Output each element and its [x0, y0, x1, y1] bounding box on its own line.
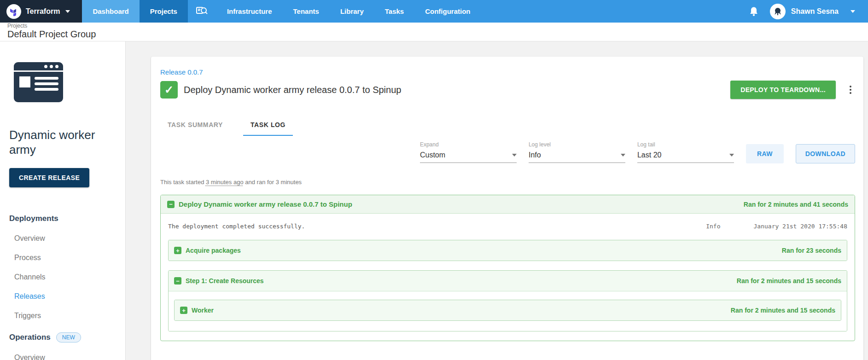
download-button[interactable]: DOWNLOAD — [796, 144, 855, 163]
task-started-time[interactable]: 3 minutes ago — [206, 179, 244, 186]
search-icon — [196, 6, 208, 17]
expand-select[interactable]: Expand Custom — [420, 141, 517, 163]
log-worker-duration: Ran for 2 minutes and 15 seconds — [731, 307, 835, 314]
collapse-icon[interactable]: − — [167, 201, 175, 208]
log-root-section: − Deploy Dynamic worker army release 0.0… — [160, 195, 855, 341]
sidebar-item-channels[interactable]: Channels — [14, 273, 118, 281]
terraform-logo-icon — [6, 4, 21, 19]
task-meta-prefix: This task started — [160, 179, 206, 186]
product-name: Terraform — [26, 7, 60, 16]
log-tail-select-label: Log tail — [637, 141, 734, 148]
log-message-row: The deployment completed successfully. I… — [161, 214, 855, 240]
notifications-bell-icon[interactable] — [749, 6, 759, 17]
log-level-select-label: Log level — [529, 141, 625, 148]
task-meta: This task started 3 minutes ago and ran … — [160, 179, 855, 186]
sidebar-item-releases[interactable]: Releases — [14, 292, 118, 301]
tab-task-log[interactable]: TASK LOG — [243, 116, 293, 136]
log-step1-body: + Worker Ran for 2 minutes and 15 second… — [169, 291, 847, 331]
new-badge: NEW — [56, 332, 81, 343]
sidebar-heading-deployments: Deployments — [9, 214, 118, 223]
product-switcher[interactable]: Terraform — [0, 0, 82, 23]
log-root-body: The deployment completed successfully. I… — [161, 214, 855, 331]
create-release-button[interactable]: CREATE RELEASE — [9, 168, 89, 187]
log-root-duration: Ran for 2 minutes and 41 seconds — [744, 201, 848, 208]
log-tail-select-value: Last 20 — [637, 151, 661, 159]
log-tail-chevron-down-icon — [729, 154, 734, 157]
collapse-icon[interactable]: − — [174, 277, 181, 285]
log-root-title: Deploy Dynamic worker army release 0.0.7… — [179, 200, 352, 208]
log-acquire-duration: Ran for 23 seconds — [782, 247, 841, 254]
overflow-menu-icon[interactable] — [846, 84, 855, 96]
deploy-to-teardown-button[interactable]: DEPLOY TO TEARDOWN... — [730, 81, 836, 99]
sidebar-item-overview[interactable]: Overview — [14, 234, 118, 243]
log-step1-section: − Step 1: Create Resources Ran for 2 min… — [168, 270, 847, 331]
task-tabs: TASK SUMMARY TASK LOG — [160, 116, 855, 136]
nav-item-infrastructure[interactable]: Infrastructure — [216, 0, 283, 23]
log-message-timestamp: January 21st 2020 17:55:48 — [754, 223, 848, 230]
breadcrumb-parent-link[interactable]: Projects — [7, 23, 868, 29]
log-step1-header[interactable]: − Step 1: Create Resources Ran for 2 min… — [169, 271, 847, 291]
sidebar-item-triggers[interactable]: Triggers — [14, 312, 118, 320]
log-level-select-value: Info — [529, 151, 541, 159]
log-acquire-title: Acquire packages — [186, 247, 241, 254]
expand-select-chevron-down-icon — [512, 154, 517, 157]
log-acquire-header[interactable]: + Acquire packages Ran for 23 seconds — [169, 240, 847, 261]
log-root-header[interactable]: − Deploy Dynamic worker army release 0.0… — [161, 195, 855, 214]
task-title: Deploy Dynamic worker army release 0.0.7… — [184, 85, 401, 95]
expand-select-value: Custom — [420, 151, 445, 159]
expand-icon[interactable]: + — [180, 307, 187, 314]
task-meta-suffix: and ran for 3 minutes — [244, 179, 302, 186]
user-avatar-icon — [770, 4, 786, 19]
user-name: Shawn Sesna — [791, 7, 839, 16]
log-filter-row: Expand Custom Log level Info Log tail — [160, 141, 855, 163]
log-message-text: The deployment completed successfully. — [168, 223, 305, 230]
nav-item-library[interactable]: Library — [330, 0, 374, 23]
log-message-level: Info — [706, 223, 720, 230]
top-nav: Terraform Dashboard Projects Infrastruct… — [0, 0, 868, 23]
user-chevron-down-icon — [851, 10, 855, 13]
sidebar-item-process[interactable]: Process — [14, 254, 118, 262]
log-worker-section: + Worker Ran for 2 minutes and 15 second… — [174, 300, 841, 321]
log-tail-select[interactable]: Log tail Last 20 — [637, 141, 734, 163]
nav-item-tenants[interactable]: Tenants — [282, 0, 329, 23]
main-area: Release 0.0.7 ✓ Deploy Dynamic worker ar… — [126, 41, 868, 360]
log-level-chevron-down-icon — [621, 154, 625, 157]
log-acquire-section: + Acquire packages Ran for 23 seconds — [168, 240, 847, 261]
sidebar-item-operations-overview[interactable]: Overview — [14, 354, 118, 360]
sidebar-heading-operations-label: Operations — [9, 333, 51, 342]
project-name: Dynamic worker army — [9, 128, 113, 157]
nav-item-dashboard[interactable]: Dashboard — [82, 0, 139, 23]
raw-button[interactable]: RAW — [746, 144, 784, 163]
nav-right: Shawn Sesna — [749, 0, 868, 23]
task-card: Release 0.0.7 ✓ Deploy Dynamic worker ar… — [151, 57, 863, 360]
tab-task-summary[interactable]: TASK SUMMARY — [160, 116, 230, 136]
breadcrumb: Projects Default Project Group — [0, 23, 868, 41]
search-button[interactable] — [188, 0, 216, 23]
sidebar-heading-operations: Operations NEW — [9, 332, 118, 343]
nav-items: Dashboard Projects Infrastructure Tenant… — [82, 0, 481, 23]
nav-item-tasks[interactable]: Tasks — [374, 0, 414, 23]
nav-item-projects[interactable]: Projects — [140, 0, 188, 23]
log-worker-header[interactable]: + Worker Ran for 2 minutes and 15 second… — [175, 300, 841, 320]
chevron-down-icon — [65, 10, 70, 13]
page-title: Default Project Group — [7, 29, 96, 39]
log-step1-duration: Ran for 2 minutes and 15 seconds — [737, 277, 841, 285]
log-worker-title: Worker — [192, 307, 214, 314]
project-sidebar: Dynamic worker army CREATE RELEASE Deplo… — [0, 41, 126, 360]
nav-item-configuration[interactable]: Configuration — [414, 0, 481, 23]
log-step1-title: Step 1: Create Resources — [186, 277, 264, 285]
success-check-icon: ✓ — [160, 81, 178, 99]
project-logo-icon — [14, 62, 63, 102]
expand-icon[interactable]: + — [174, 247, 181, 254]
user-menu[interactable]: Shawn Sesna — [770, 4, 855, 19]
task-header: ✓ Deploy Dynamic worker army release 0.0… — [160, 81, 855, 99]
expand-select-label: Expand — [420, 141, 517, 148]
log-level-select[interactable]: Log level Info — [529, 141, 625, 163]
release-link[interactable]: Release 0.0.7 — [160, 68, 203, 76]
